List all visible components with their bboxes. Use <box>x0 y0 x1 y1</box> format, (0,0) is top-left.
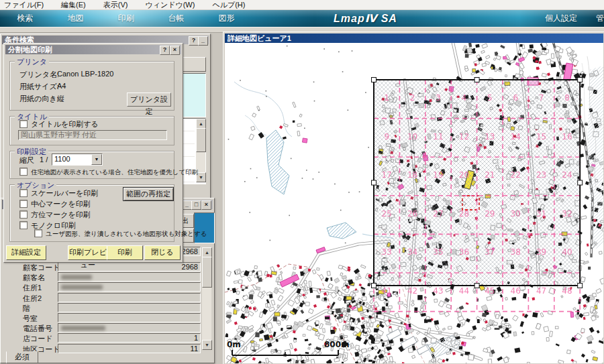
prefer-house-map-checkbox[interactable]: 住宅地図が表示されている場合、住宅地図を優先して印刷 <box>19 168 198 177</box>
scale-value: 1100 <box>54 155 70 163</box>
map-viewer-titlebar[interactable]: 詳細地図ビューア1 <box>225 34 603 43</box>
selection-handle[interactable] <box>578 180 583 185</box>
toolbar-tab-1[interactable]: 地図 <box>50 13 101 24</box>
scale-label: 縮尺 <box>19 156 34 166</box>
menu-item-3[interactable]: ウィンドウ(W) <box>145 0 195 10</box>
selection-handle[interactable] <box>474 78 479 82</box>
options-group: オプション スケールバーを印刷中心マークを印刷方位マークを印刷モノクロ印刷 範囲… <box>9 184 174 242</box>
dialog-button-1[interactable]: 印刷プレビュー <box>68 245 108 260</box>
print-page-number: 37 <box>485 247 495 257</box>
scroll-up-icon[interactable]: ▲ <box>202 247 212 257</box>
ledger-field-value-7[interactable] <box>58 323 201 332</box>
print-page-number: 26 <box>407 209 417 219</box>
chevron-down-icon[interactable]: ▼ <box>91 154 102 165</box>
print-page-number: 11 <box>433 132 443 141</box>
ledger-field-label-2: 顧客名 <box>23 273 45 283</box>
ledger-field-value-3[interactable] <box>58 282 201 292</box>
dialog-button-0[interactable]: 詳細設定 <box>6 245 46 260</box>
checkbox-icon[interactable] <box>19 210 28 219</box>
printer-group-label: プリンタ <box>15 57 49 67</box>
option-checkbox-2[interactable]: 方位マークを印刷 <box>19 210 91 220</box>
printer-row-value-2: 縦 <box>57 94 64 104</box>
toolbar-tab-3[interactable]: 台帳 <box>151 13 201 24</box>
print-title-checkbox[interactable]: タイトルを印刷する <box>19 119 99 129</box>
printer-group: プリンタ プリンタ名:Canon LBP-1820用紙サイズ:A4用紙の向き:縦… <box>9 61 174 111</box>
close-icon[interactable]: × <box>170 46 180 55</box>
print-page-number: 34 <box>407 247 417 257</box>
svg-text:0m: 0m <box>227 340 241 349</box>
print-page-number: 19 <box>433 170 443 180</box>
toolbar-right-item-1[interactable]: 管 <box>596 13 604 24</box>
scroll-down-icon[interactable]: ▼ <box>202 340 212 350</box>
option-checkbox-0[interactable]: スケールバーを印刷 <box>19 188 98 198</box>
print-page-number: 48 <box>562 286 572 296</box>
print-page-number: 1 <box>384 93 389 103</box>
minimize-icon[interactable]: _ <box>198 36 208 46</box>
checkbox-icon[interactable] <box>19 120 28 128</box>
selection-handle[interactable] <box>578 284 583 288</box>
reselect-range-button[interactable]: 範囲の再指定 <box>123 187 174 201</box>
print-title-field[interactable]: 岡山県玉野市宇野 付近 <box>18 130 167 140</box>
checkbox-icon[interactable] <box>19 189 28 197</box>
print-page-number: 17 <box>382 170 392 180</box>
print-page-number: 36 <box>459 247 469 257</box>
menu-item-4[interactable]: ヘルプ(H) <box>212 0 245 10</box>
selection-handle[interactable] <box>474 284 479 288</box>
masked-value <box>61 285 103 290</box>
help-icon[interactable]: ? <box>160 46 170 55</box>
tab-required[interactable]: 必須 <box>6 351 38 363</box>
ledger-field-value-1[interactable]: 2968 <box>58 262 201 271</box>
scroll-thumb[interactable] <box>196 128 206 152</box>
checkbox-icon[interactable] <box>34 229 42 237</box>
toolbar-tab-2[interactable]: 印刷 <box>101 13 151 24</box>
checkbox-icon[interactable] <box>19 168 28 176</box>
selection-handle[interactable] <box>578 78 583 82</box>
print-page-number: 44 <box>459 286 469 296</box>
title-group: タイトル タイトルを印刷する 岡山県玉野市宇野 付近 <box>9 116 174 145</box>
ledger-field-value-4[interactable] <box>58 293 201 302</box>
scroll-up-icon[interactable]: ▲ <box>196 119 206 129</box>
ledger-field-value-9[interactable]: 11 <box>58 344 201 353</box>
ledger-field-value-2[interactable] <box>58 272 201 282</box>
masked-value <box>61 326 105 330</box>
print-page-number: 15 <box>536 132 546 141</box>
print-page-number: 39 <box>536 247 546 257</box>
dialog-button-3[interactable]: 閉じる <box>144 245 181 260</box>
map-canvas[interactable]: 1234567891011121314151617181920212223242… <box>225 43 603 363</box>
checkbox-icon[interactable] <box>19 221 28 229</box>
toolbar-tab-4[interactable]: 図形 <box>201 13 252 24</box>
print-page-number: 28 <box>459 209 469 219</box>
option-checkbox-1[interactable]: 中心マークを印刷 <box>19 199 91 209</box>
print-page-number: 29 <box>485 209 495 219</box>
app-root: { "menu_bar": {"items": [ {"label": "ファイ… <box>0 0 604 364</box>
help-icon[interactable]: ? <box>189 36 199 46</box>
selection-handle[interactable] <box>372 180 376 185</box>
selection-handle[interactable] <box>372 284 376 288</box>
toolbar-right-item-0[interactable]: 個人設定 <box>545 13 577 24</box>
selection-handle[interactable] <box>372 78 376 82</box>
ledger-field-label-4: 住所2 <box>23 294 42 304</box>
ledger-field-value-5[interactable] <box>58 303 201 312</box>
scale-combobox[interactable]: 1100 ▼ <box>52 154 103 166</box>
toolbar-tab-0[interactable]: 検索 <box>0 13 50 24</box>
print-page-number: 23 <box>536 170 546 180</box>
scroll-thumb[interactable] <box>202 257 212 288</box>
menu-item-1[interactable]: 編集(E) <box>61 0 86 10</box>
printer-settings-button[interactable]: プリンタ設定 <box>127 93 171 107</box>
checkbox-icon[interactable] <box>19 200 28 208</box>
user-shape-sub-checkbox[interactable]: ユーザ図形、塗り潰しされている地図形状も対象とする <box>34 229 207 239</box>
print-page-number: 42 <box>407 286 417 296</box>
svg-text:800m: 800m <box>324 340 350 349</box>
print-dialog-titlebar[interactable]: 分割地図印刷 <box>5 45 181 54</box>
ledger-scrollbar[interactable]: ▲ ▼ <box>202 247 211 350</box>
ledger-field-value-6[interactable] <box>58 313 201 322</box>
ledger-field-label-7: 電話番号 <box>23 324 52 334</box>
menu-item-0[interactable]: ファイル(F) <box>4 0 44 10</box>
print-page-number: 16 <box>562 132 572 141</box>
dialog-button-2[interactable]: 印刷 <box>107 245 143 260</box>
print-page-number: 6 <box>513 93 518 103</box>
ledger-field-label-5: 階 <box>23 304 30 314</box>
ledger-field-value-8[interactable]: 1 <box>58 333 201 343</box>
menu-item-2[interactable]: 表示(V) <box>103 0 128 10</box>
printer-row-label-0: プリンタ名: <box>19 70 59 80</box>
